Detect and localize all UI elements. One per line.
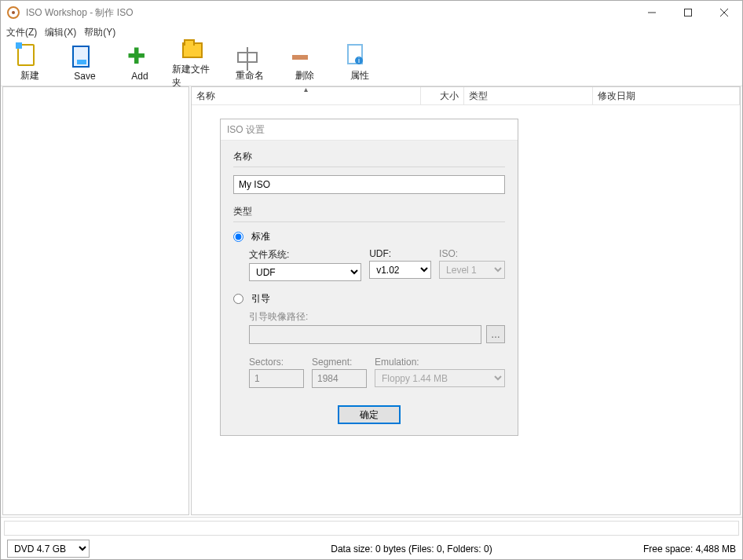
main-area: 名称▴ 大小 类型 修改日期 ISO 设置 名称 类型 <box>1 86 742 517</box>
save-label: Save <box>74 71 95 82</box>
sort-asc-icon: ▴ <box>304 86 308 93</box>
delete-icon <box>292 44 317 69</box>
new-folder-label: 新建文件夹 <box>172 63 218 90</box>
plus-icon: ✚ <box>127 46 152 71</box>
column-type[interactable]: 类型 <box>464 87 593 104</box>
tree-pane[interactable] <box>2 86 189 515</box>
title-bar: ISO Workshop - 制作 ISO <box>1 1 742 24</box>
add-button[interactable]: ✚ Add <box>117 46 163 82</box>
footer: DVD 4.7 GB Data size: 0 bytes (Files: 0,… <box>1 538 742 559</box>
media-select[interactable]: DVD 4.7 GB <box>7 540 90 558</box>
maximize-button[interactable] <box>670 1 706 24</box>
app-icon <box>7 6 20 19</box>
list-pane: 名称▴ 大小 类型 修改日期 ISO 设置 名称 类型 <box>191 86 741 515</box>
window-title: ISO Workshop - 制作 ISO <box>26 6 634 20</box>
svg-point-1 <box>12 11 15 14</box>
status-bar <box>1 517 742 538</box>
new-file-icon <box>17 44 42 69</box>
menu-help[interactable]: 帮助(Y) <box>84 26 115 39</box>
list-header: 名称▴ 大小 类型 修改日期 <box>192 87 740 105</box>
data-size-text: Data size: 0 bytes (Files: 0, Folders: 0… <box>102 544 631 555</box>
list-body[interactable] <box>192 105 740 514</box>
rename-button[interactable]: 重命名 <box>227 44 273 82</box>
window-controls <box>634 1 742 24</box>
rename-icon <box>237 44 262 69</box>
properties-button[interactable]: 属性 <box>337 44 382 82</box>
folder-icon <box>182 38 207 63</box>
toolbar: 新建 Save ✚ Add 新建文件夹 重命名 删除 属性 <box>1 41 742 86</box>
add-label: Add <box>131 71 148 82</box>
svg-rect-3 <box>685 9 692 16</box>
properties-icon <box>347 44 372 69</box>
column-size[interactable]: 大小 <box>421 87 464 104</box>
menu-bar: 文件(Z) 编辑(X) 帮助(Y) <box>1 24 742 41</box>
save-icon <box>72 46 97 71</box>
delete-button[interactable]: 删除 <box>282 44 328 82</box>
delete-label: 删除 <box>295 69 314 82</box>
save-button[interactable]: Save <box>62 46 108 82</box>
rename-label: 重命名 <box>236 69 264 82</box>
new-label: 新建 <box>20 69 39 82</box>
column-name[interactable]: 名称▴ <box>192 87 421 104</box>
properties-label: 属性 <box>350 69 369 82</box>
close-button[interactable] <box>706 1 742 24</box>
minimize-button[interactable] <box>634 1 670 24</box>
new-folder-button[interactable]: 新建文件夹 <box>172 38 218 90</box>
status-inner <box>4 521 739 536</box>
column-date[interactable]: 修改日期 <box>593 87 740 104</box>
free-space-text: Free space: 4,488 MB <box>643 544 736 555</box>
menu-file[interactable]: 文件(Z) <box>6 26 37 39</box>
new-button[interactable]: 新建 <box>7 44 53 82</box>
menu-edit[interactable]: 编辑(X) <box>45 26 76 39</box>
